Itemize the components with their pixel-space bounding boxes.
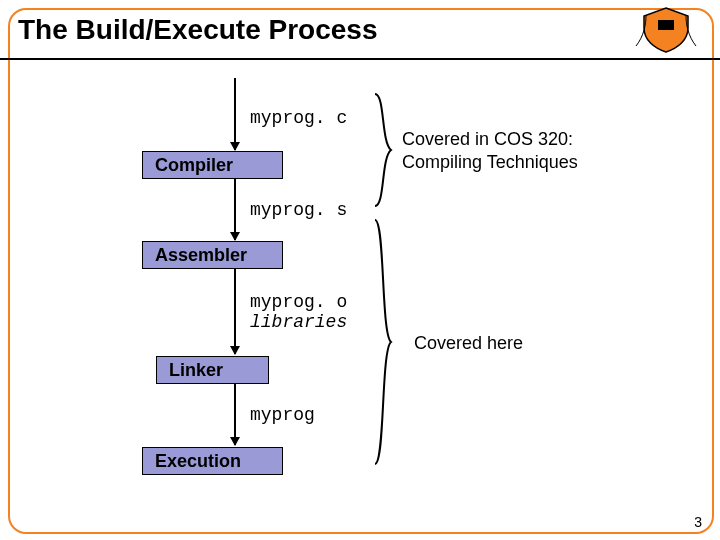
svg-rect-0	[658, 20, 674, 30]
file-exe-label: myprog	[250, 405, 315, 425]
file-c-label: myprog. c	[250, 108, 347, 128]
execution-box: Execution	[142, 447, 283, 475]
file-s-label: myprog. s	[250, 200, 347, 220]
university-crest-icon	[634, 6, 698, 54]
compiler-box: Compiler	[142, 151, 283, 179]
assembler-box: Assembler	[142, 241, 283, 269]
page-number: 3	[694, 514, 702, 530]
brace-top-icon	[371, 92, 393, 212]
file-libraries-label: libraries	[250, 312, 347, 332]
page-title: The Build/Execute Process	[18, 14, 377, 46]
slide-frame	[8, 8, 714, 534]
title-underline	[0, 58, 720, 60]
note-cos320: Covered in COS 320: Compiling Techniques	[402, 128, 578, 173]
note-covered-here: Covered here	[414, 332, 523, 355]
file-o-label: myprog. o	[250, 292, 347, 312]
brace-bottom-icon	[371, 218, 393, 470]
linker-box: Linker	[156, 356, 269, 384]
